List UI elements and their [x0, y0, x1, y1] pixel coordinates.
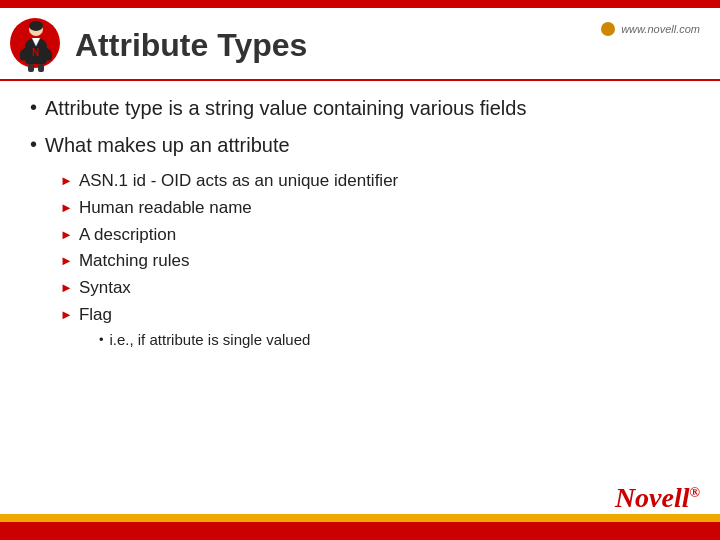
- top-bar: [0, 0, 720, 8]
- sub-item-matching-text: Matching rules: [79, 249, 190, 273]
- header: N Attribute Types www.novell.com: [0, 8, 720, 81]
- svg-text:N: N: [32, 47, 39, 58]
- sub-item-desc-text: A description: [79, 223, 176, 247]
- sub-item-human-text: Human readable name: [79, 196, 252, 220]
- arrow-icon-desc: ►: [60, 226, 73, 244]
- sub-sub-items: • i.e., if attribute is single valued: [99, 329, 311, 350]
- sub-item-matching: ► Matching rules: [60, 249, 690, 273]
- novell-brand-text: Novell: [615, 482, 690, 513]
- arrow-icon-human: ►: [60, 199, 73, 217]
- novell-logo: Novell®: [615, 482, 700, 514]
- bullet-1-dot: •: [30, 96, 37, 119]
- sub-item-asn: ► ASN.1 id - OID acts as an unique ident…: [60, 169, 690, 193]
- url-text: www.novell.com: [621, 23, 700, 35]
- arrow-icon-matching: ►: [60, 252, 73, 270]
- sub-sub-item-ie: • i.e., if attribute is single valued: [99, 329, 311, 350]
- bullet-2: • What makes up an attribute: [30, 132, 690, 159]
- sub-item-flag-wrapper: Flag • i.e., if attribute is single valu…: [79, 303, 311, 350]
- sub-item-syntax-text: Syntax: [79, 276, 131, 300]
- sub-item-syntax: ► Syntax: [60, 276, 690, 300]
- svg-rect-2: [28, 64, 34, 72]
- bullet-2-text: What makes up an attribute: [45, 132, 290, 159]
- arrow-icon-asn: ►: [60, 172, 73, 190]
- person-icon: N: [15, 20, 57, 72]
- logo-figure: N: [10, 18, 65, 73]
- arrow-icon-syntax: ►: [60, 279, 73, 297]
- sub-item-human: ► Human readable name: [60, 196, 690, 220]
- sub-sub-item-ie-text: i.e., if attribute is single valued: [109, 329, 310, 350]
- sub-items-list: ► ASN.1 id - OID acts as an unique ident…: [60, 169, 690, 350]
- sub-item-flag-text: Flag: [79, 305, 112, 324]
- bullet-1-text: Attribute type is a string value contain…: [45, 95, 526, 122]
- arrow-icon-flag: ►: [60, 306, 73, 324]
- url-dot-icon: [601, 22, 615, 36]
- svg-point-1: [29, 21, 43, 31]
- sub-sub-bullet-icon: •: [99, 331, 104, 349]
- bullet-1: • Attribute type is a string value conta…: [30, 95, 690, 122]
- bottom-yellow-bar: [0, 514, 720, 522]
- content-area: • Attribute type is a string value conta…: [0, 85, 720, 514]
- bottom-area: [0, 514, 720, 540]
- sub-item-asn-text: ASN.1 id - OID acts as an unique identif…: [79, 169, 398, 193]
- sub-item-flag: ► Flag • i.e., if attribute is single va…: [60, 303, 690, 350]
- bullet-2-dot: •: [30, 133, 37, 156]
- svg-rect-3: [38, 64, 44, 72]
- slide: N Attribute Types www.novell.com • Attri…: [0, 0, 720, 540]
- url-area: www.novell.com: [601, 22, 700, 36]
- sub-item-desc: ► A description: [60, 223, 690, 247]
- bottom-red-bar: [0, 522, 720, 540]
- trademark-symbol: ®: [690, 485, 700, 500]
